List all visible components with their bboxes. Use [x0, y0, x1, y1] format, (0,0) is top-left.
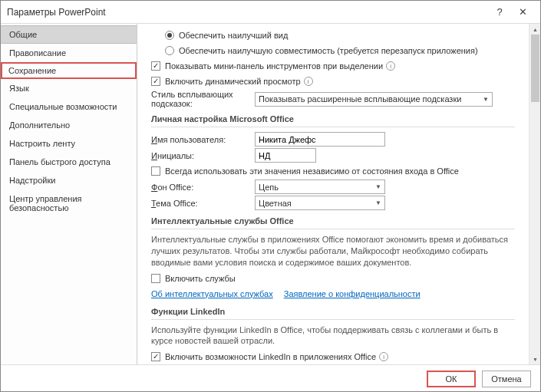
chevron-down-icon: ▼	[375, 199, 381, 206]
sidebar-item-advanced[interactable]: Дополнительно	[1, 116, 137, 134]
office-theme-select[interactable]: Цветная ▼	[255, 196, 385, 210]
window-title: Параметры PowerPoint	[7, 7, 488, 18]
info-icon[interactable]: i	[304, 77, 313, 86]
scroll-up-icon[interactable]: ▲	[529, 24, 540, 35]
intel-links-row: Об интеллектуальных службах Заявление о …	[151, 287, 515, 301]
linkedin-desc: Используйте функции LinkedIn в Office, ч…	[151, 324, 515, 348]
chevron-down-icon: ▼	[483, 96, 489, 103]
chevron-down-icon: ▼	[375, 183, 381, 190]
office-theme-label: Тема Office:	[151, 199, 255, 208]
chk-always-row: Всегда использовать эти значения независ…	[151, 164, 515, 178]
link-about-services[interactable]: Об интеллектуальных службах	[151, 289, 273, 298]
sidebar-item-save[interactable]: Сохранение	[1, 62, 137, 79]
ok-button[interactable]: ОК	[427, 371, 476, 387]
chk-mini-label: Показывать мини-панель инструментов при …	[165, 61, 383, 71]
close-button[interactable]: ✕	[511, 4, 534, 21]
tooltip-style-label: Стиль всплывающих подсказок:	[151, 90, 255, 108]
office-bg-label: Фон Office:	[151, 183, 255, 192]
section-personal: Личная настройка Microsoft Office	[151, 114, 515, 127]
radio-best-view-label: Обеспечить наилучший вид	[179, 31, 288, 40]
scroll-thumb[interactable]	[531, 35, 539, 102]
chk-preview-label: Включить динамический просмотр	[165, 77, 301, 86]
tooltip-style-row: Стиль всплывающих подсказок: Показывать …	[151, 90, 515, 108]
chk-always-label: Всегда использовать эти значения независ…	[165, 166, 459, 176]
intelligent-desc: Интеллектуальные службы в приложениях Of…	[151, 234, 515, 268]
chk-linkedin-label: Включить возможности LinkedIn в приложен…	[165, 352, 376, 361]
section-linkedin: Функции LinkedIn	[151, 307, 515, 320]
chk-mini-toolbar[interactable]	[151, 61, 160, 71]
sidebar-item-accessibility[interactable]: Специальные возможности	[1, 97, 137, 116]
username-label: Имя пользователя:	[151, 135, 255, 144]
sidebar-item-quick-access[interactable]: Панель быстрого доступа	[1, 153, 137, 171]
info-icon[interactable]: i	[386, 61, 395, 71]
radio-compat[interactable]	[165, 46, 174, 55]
tooltip-style-select[interactable]: Показывать расширенные всплывающие подск…	[255, 92, 493, 107]
username-input[interactable]	[255, 132, 385, 147]
info-icon[interactable]: i	[379, 352, 388, 361]
office-bg-select[interactable]: Цепь ▼	[255, 180, 385, 194]
main-panel: Обеспечить наилучший вид Обеспечить наил…	[137, 24, 540, 364]
chk-enable-services[interactable]	[151, 274, 160, 283]
chk-mini-row: Показывать мини-панель инструментов при …	[151, 59, 515, 73]
sidebar-item-proofing[interactable]: Правописание	[1, 44, 137, 62]
chk-live-preview[interactable]	[151, 77, 160, 86]
sidebar-item-language[interactable]: Язык	[1, 79, 137, 97]
initials-label: Инициалы:	[151, 151, 255, 160]
chk-enable-linkedin[interactable]	[151, 352, 160, 361]
sidebar-item-addins[interactable]: Надстройки	[1, 171, 137, 189]
radio-compat-label: Обеспечить наилучшую совместимость (треб…	[179, 46, 478, 55]
sidebar-item-trust-center[interactable]: Центр управления безопасностью	[1, 189, 137, 217]
titlebar: Параметры PowerPoint ? ✕	[1, 1, 540, 24]
initials-row: Инициалы:	[151, 148, 515, 163]
section-intelligent: Интеллектуальные службы Office	[151, 216, 515, 229]
sidebar-item-general[interactable]: Общие	[1, 25, 137, 44]
chk-services-row: Включить службы	[151, 272, 515, 285]
chk-always-use[interactable]	[151, 166, 160, 176]
scroll-down-icon[interactable]: ▼	[529, 354, 540, 364]
radio-compat-row: Обеспечить наилучшую совместимость (треб…	[165, 44, 515, 58]
initials-input[interactable]	[255, 148, 316, 163]
dialog-footer: ОК Отмена	[1, 364, 540, 392]
options-content: Обеспечить наилучший вид Обеспечить наил…	[137, 24, 529, 364]
chk-services-label: Включить службы	[165, 274, 236, 283]
dialog-body: Общие Правописание Сохранение Язык Специ…	[1, 24, 540, 364]
office-theme-row: Тема Office: Цветная ▼	[151, 196, 515, 210]
sidebar-item-customize-ribbon[interactable]: Настроить ленту	[1, 134, 137, 153]
chk-preview-row: Включить динамический просмотр i	[151, 74, 515, 88]
tooltip-style-value: Показывать расширенные всплывающие подск…	[259, 94, 461, 104]
category-sidebar: Общие Правописание Сохранение Язык Специ…	[1, 24, 137, 364]
help-button[interactable]: ?	[488, 4, 511, 21]
scrollbar[interactable]: ▲ ▼	[529, 24, 540, 364]
username-row: Имя пользователя:	[151, 132, 515, 147]
office-bg-row: Фон Office: Цепь ▼	[151, 180, 515, 194]
chk-linkedin-row: Включить возможности LinkedIn в приложен…	[151, 350, 515, 364]
office-bg-value: Цепь	[259, 183, 279, 192]
radio-best-view-row: Обеспечить наилучший вид	[165, 28, 515, 42]
office-theme-value: Цветная	[259, 199, 292, 208]
cancel-button[interactable]: Отмена	[482, 371, 531, 387]
radio-best-view[interactable]	[165, 31, 174, 40]
link-privacy[interactable]: Заявление о конфиденциальности	[284, 289, 421, 298]
